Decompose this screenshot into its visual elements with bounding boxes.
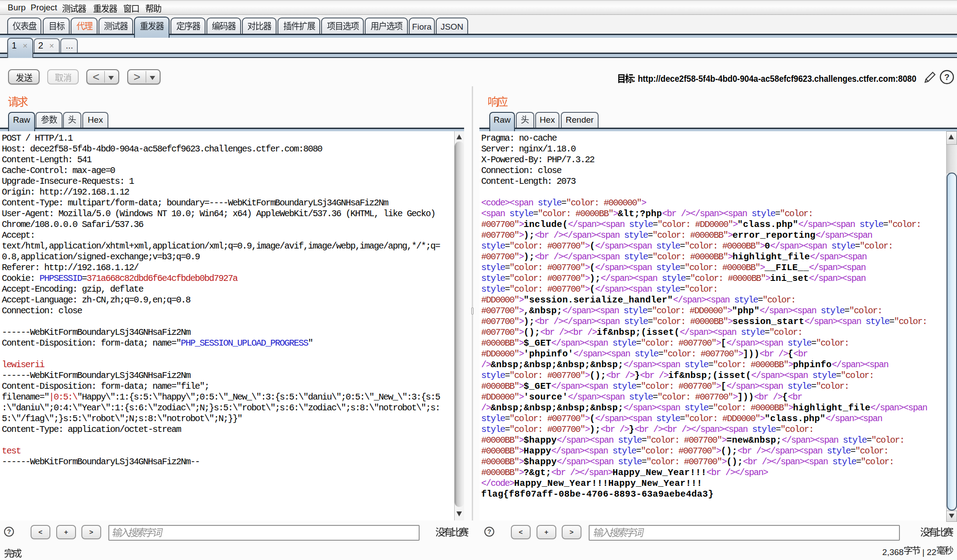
- svg-text:?: ?: [487, 528, 492, 535]
- svg-text:?: ?: [944, 72, 950, 82]
- svg-text:?: ?: [7, 528, 11, 535]
